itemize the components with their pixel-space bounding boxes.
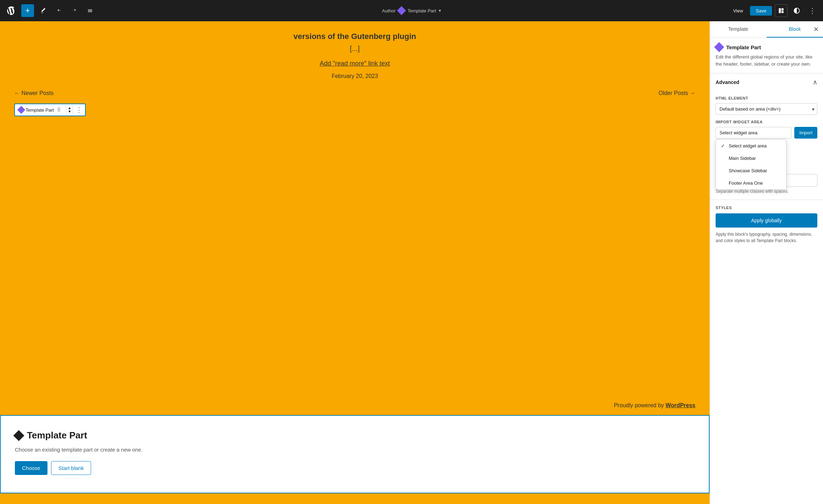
template-part-arrows[interactable]: ▲ ▼ xyxy=(66,105,73,115)
layout-toggle-button[interactable] xyxy=(775,4,788,17)
placeholder-header: Template Part xyxy=(15,430,695,441)
widget-option-main-sidebar[interactable]: Main Sidebar xyxy=(716,152,786,164)
tab-template[interactable]: Template xyxy=(710,21,767,38)
add-block-button[interactable]: + xyxy=(21,4,34,17)
older-posts-link[interactable]: Older Posts → xyxy=(659,90,695,96)
widget-option-check-empty2 xyxy=(721,168,727,173)
advanced-toggle-icon[interactable]: ∧ xyxy=(813,78,817,86)
template-part-toolbar-icon xyxy=(17,106,26,114)
template-part-toolbar-wrapper: Template Part ⠿ ▲ ▼ ⋮ xyxy=(14,103,695,116)
start-blank-button[interactable]: Start blank xyxy=(51,461,91,475)
newer-posts-link[interactable]: ← Newer Posts xyxy=(14,90,54,96)
block-info-title: Template Part xyxy=(726,44,761,50)
breadcrumb-title: Template Part xyxy=(408,8,436,13)
placeholder-buttons: Choose Start blank xyxy=(15,461,695,475)
apply-globally-button[interactable]: Apply globally xyxy=(716,213,817,228)
template-part-move-icon[interactable]: ⠿ xyxy=(55,106,62,113)
canvas-ellipsis: [...] xyxy=(14,45,695,53)
advanced-section-title: Advanced xyxy=(716,79,739,85)
import-button[interactable]: Import xyxy=(794,127,817,139)
edit-mode-button[interactable] xyxy=(37,4,50,17)
widget-option-check-empty3 xyxy=(721,180,727,186)
widget-option-main-sidebar-label: Main Sidebar xyxy=(729,156,756,161)
template-part-placeholder: Template Part Choose an existing templat… xyxy=(0,415,710,493)
more-options-button[interactable]: ⋮ xyxy=(806,4,819,17)
placeholder-title: Template Part xyxy=(27,430,87,441)
placeholder-description: Choose an existing template part or crea… xyxy=(15,447,695,453)
widget-option-check-icon: ✓ xyxy=(721,143,727,149)
widget-option-select[interactable]: ✓ Select widget area xyxy=(716,140,786,152)
choose-button[interactable]: Choose xyxy=(15,461,47,475)
css-hint: Separate multiple classes with spaces. xyxy=(716,189,817,194)
template-part-toolbar[interactable]: Template Part ⠿ ▲ ▼ ⋮ xyxy=(14,103,86,116)
breadcrumb-chevron-icon[interactable]: ▾ xyxy=(439,8,441,13)
undo-button[interactable] xyxy=(52,4,65,17)
document-overview-button[interactable] xyxy=(84,4,96,17)
import-widget-select[interactable]: Select widget area Main Sidebar Showcase… xyxy=(716,127,791,139)
svg-rect-2 xyxy=(782,11,784,13)
html-element-label: HTML ELEMENT xyxy=(716,96,817,100)
widget-option-label: Select widget area xyxy=(729,143,767,149)
apply-globally-description: Apply this block's typography, spacing, … xyxy=(716,231,817,244)
canvas: versions of the Gutenberg plugin [...] A… xyxy=(0,21,710,504)
placeholder-diamond-icon xyxy=(13,430,24,441)
topbar: + Author Template Part ▾ View Save ⋮ xyxy=(0,0,823,21)
block-info-description: Edit the different global regions of you… xyxy=(716,54,817,67)
template-part-more-button[interactable]: ⋮ xyxy=(73,105,85,115)
wp-logo xyxy=(4,4,18,18)
styles-section: STYLES Apply globally Apply this block's… xyxy=(710,200,823,250)
template-part-toolbar-label: Template Part xyxy=(26,107,54,113)
widget-option-check-empty xyxy=(721,156,727,161)
read-more-link[interactable]: Add "read more" link text xyxy=(14,60,695,67)
widget-option-footer-area[interactable]: Footer Area One xyxy=(716,177,786,189)
advanced-section: Advanced ∧ HTML ELEMENT Default based on… xyxy=(710,73,823,200)
footer-text: Proudly powered by xyxy=(614,402,664,408)
block-info-icon xyxy=(714,42,724,52)
import-widget-label: IMPORT WIDGET AREA xyxy=(716,120,817,124)
canvas-text: versions of the Gutenberg plugin xyxy=(14,32,695,41)
import-widget-select-wrapper: Select widget area Main Sidebar Showcase… xyxy=(716,127,791,139)
main-layout: versions of the Gutenberg plugin [...] A… xyxy=(0,21,823,504)
widget-dropdown: ✓ Select widget area Main Sidebar Showca… xyxy=(716,139,786,190)
breadcrumb-author: Author xyxy=(382,8,396,13)
block-info: Template Part Edit the different global … xyxy=(710,38,823,73)
block-info-header: Template Part xyxy=(716,44,817,51)
footer-bar: Proudly powered by WordPress xyxy=(0,396,710,415)
advanced-section-body: HTML ELEMENT Default based on area (<div… xyxy=(710,96,823,200)
sidebar: Template Block ✕ Template Part Edit the … xyxy=(710,21,823,504)
topbar-breadcrumb: Author Template Part ▾ xyxy=(382,7,441,14)
styles-section-title: STYLES xyxy=(716,206,817,210)
save-button[interactable]: Save xyxy=(750,6,772,16)
widget-option-showcase-sidebar-label: Showcase Sidebar xyxy=(729,168,767,173)
widget-option-showcase-sidebar[interactable]: Showcase Sidebar xyxy=(716,164,786,177)
html-element-select-wrapper: Default based on area (<div>) <header> <… xyxy=(716,103,817,115)
canvas-bottom-bar xyxy=(0,493,710,504)
canvas-date: February 20, 2023 xyxy=(14,73,695,79)
widget-option-footer-area-label: Footer Area One xyxy=(729,180,763,186)
canvas-content-area: versions of the Gutenberg plugin [...] A… xyxy=(0,21,710,396)
template-part-icon xyxy=(397,6,406,15)
svg-rect-0 xyxy=(779,8,781,13)
footer-link[interactable]: WordPress xyxy=(666,402,695,408)
sidebar-tabs: Template Block ✕ xyxy=(710,21,823,38)
redo-button[interactable] xyxy=(68,4,81,17)
import-widget-row: Select widget area Main Sidebar Showcase… xyxy=(716,127,817,139)
view-button[interactable]: View xyxy=(729,6,747,16)
html-element-select[interactable]: Default based on area (<div>) <header> <… xyxy=(716,103,817,115)
advanced-section-header[interactable]: Advanced ∧ xyxy=(710,73,823,91)
contrast-button[interactable] xyxy=(790,4,803,17)
svg-rect-1 xyxy=(782,8,784,11)
sidebar-close-button[interactable]: ✕ xyxy=(812,24,820,35)
pagination: ← Newer Posts Older Posts → xyxy=(14,90,695,96)
